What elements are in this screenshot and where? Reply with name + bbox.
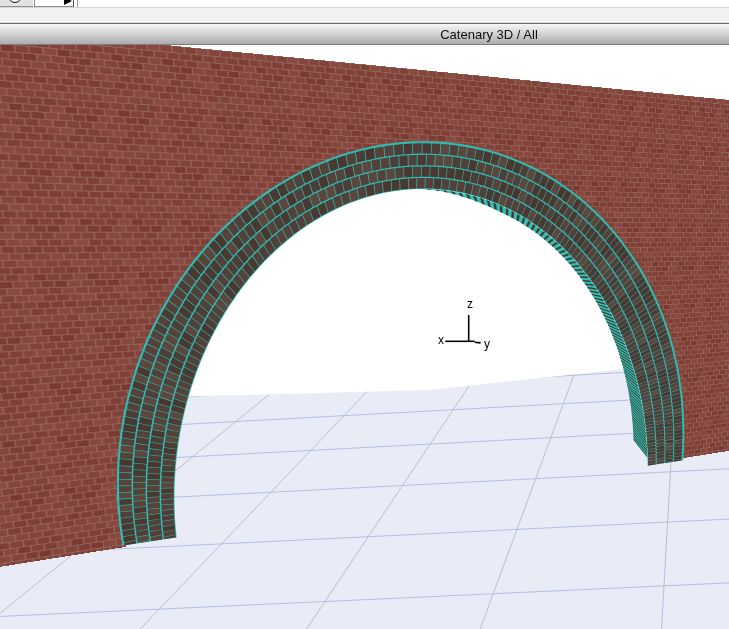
svg-text:y: y: [484, 337, 490, 351]
svg-text:x: x: [438, 333, 444, 347]
svg-text:z: z: [467, 297, 473, 311]
